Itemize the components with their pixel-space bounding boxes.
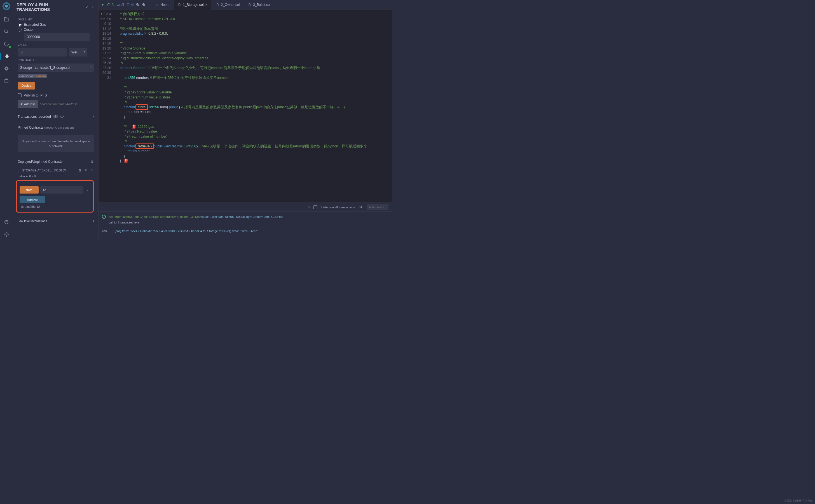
- evm-version-badge: evm version: cancun: [18, 74, 47, 78]
- chevron-right-icon[interactable]: [91, 5, 95, 9]
- gas-estimated-radio[interactable]: Estimated Gas: [18, 23, 94, 27]
- search-icon[interactable]: [0, 28, 13, 35]
- filter-input[interactable]: [366, 204, 388, 210]
- low-level-interactions[interactable]: Low level interactionsi: [13, 216, 98, 223]
- copy-icon[interactable]: [78, 169, 81, 172]
- svg-point-15: [359, 206, 361, 208]
- ai-button-2[interactable]: AI: [116, 3, 124, 7]
- pending-count: 0: [308, 206, 309, 209]
- at-address-button[interactable]: At Address: [18, 100, 38, 108]
- panel-header: DEPLOY & RUN TRANSACTIONS: [13, 0, 98, 14]
- tab-storage[interactable]: 1_Storage.sol×: [174, 0, 211, 10]
- plugin-icon[interactable]: [0, 77, 13, 84]
- deployed-contracts-header: Deployed/Unpinned Contracts: [13, 156, 98, 167]
- code-editor[interactable]: 1 2 3 4 5 6 7 8 9 10 11 12 13 14 15 16 1…: [98, 10, 392, 202]
- zoom-out-icon[interactable]: [136, 3, 140, 7]
- info-icon: i: [93, 219, 94, 223]
- tab-bar: AI AI AI Home 1_Storage.sol× 2_Owner.sol…: [98, 0, 392, 10]
- svg-rect-9: [79, 169, 81, 171]
- check-icon: [85, 5, 89, 9]
- tab-home[interactable]: Home: [152, 0, 173, 10]
- svg-rect-5: [5, 79, 8, 82]
- retrieve-result: 0: uint256: 12: [21, 205, 90, 208]
- svg-point-3: [4, 30, 7, 32]
- search-terminal-icon[interactable]: [359, 205, 363, 209]
- close-icon[interactable]: [90, 169, 94, 172]
- close-tab-icon[interactable]: ×: [205, 3, 207, 7]
- gas-custom-radio[interactable]: Custom: [18, 28, 94, 32]
- value-input[interactable]: [18, 48, 67, 56]
- pinned-contracts-header: Pinned Contracts (network: vm-cancun): [13, 122, 98, 133]
- contract-label: CONTRACT: [18, 59, 94, 62]
- success-icon: [102, 215, 106, 219]
- gas-limit-label: GAS LIMIT: [18, 18, 94, 21]
- value-label: VALUE: [18, 43, 94, 46]
- contract-select[interactable]: Storage - contracts/1_Storage.sol: [18, 63, 94, 72]
- play-icon[interactable]: [101, 3, 105, 7]
- annotation-highlight: store ⌄ retrieve 0: uint256: 12: [16, 180, 94, 213]
- svg-point-10: [107, 3, 110, 6]
- trash-icon[interactable]: [90, 160, 94, 164]
- chevron-down-icon[interactable]: ⌄: [18, 169, 20, 172]
- pin-icon[interactable]: [84, 169, 88, 172]
- at-address-input[interactable]: [40, 100, 94, 108]
- store-function-input[interactable]: [40, 186, 83, 194]
- contract-balance: Balance: 0 ETH: [18, 175, 94, 178]
- svg-point-11: [117, 4, 120, 6]
- svg-rect-6: [6, 79, 7, 79]
- debugger-icon[interactable]: [0, 65, 13, 72]
- activity-bar: [0, 0, 13, 241]
- call-tag: CALL: [102, 229, 112, 233]
- terminal: ⌄ 0 Listen on all transactions [vm] from…: [98, 202, 392, 241]
- no-pinned-message: No pinned contracts found for selected w…: [18, 135, 94, 152]
- svg-point-7: [6, 234, 7, 235]
- main-area: AI AI AI Home 1_Storage.sol× 2_Owner.sol…: [98, 0, 392, 241]
- deployed-contract-item: ⌄ STORAGE AT 0XD91...39138 (M Balance: 0…: [13, 167, 98, 216]
- value-unit-select[interactable]: Wei: [69, 48, 87, 56]
- expand-args-icon[interactable]: ⌄: [85, 188, 90, 192]
- deploy-button[interactable]: Deploy: [18, 82, 35, 90]
- settings-icon[interactable]: [0, 231, 13, 238]
- deploy-icon[interactable]: [0, 53, 13, 60]
- remix-logo: [2, 2, 11, 11]
- retrieve-function-button[interactable]: retrieve: [20, 196, 45, 203]
- svg-point-2: [5, 5, 8, 8]
- transactions-recorded-header[interactable]: Transactions recorded2ⓘ ›: [13, 111, 98, 122]
- chevron-right-icon: ›: [93, 115, 94, 119]
- listen-checkbox[interactable]: [313, 205, 317, 209]
- deploy-panel: DEPLOY & RUN TRANSACTIONS GAS LIMIT Esti…: [13, 0, 98, 241]
- file-explorer-icon[interactable]: [0, 16, 13, 23]
- publish-ipfs-checkbox[interactable]: Publish to IPFS: [18, 93, 94, 97]
- svg-rect-12: [127, 3, 129, 6]
- terminal-output[interactable]: [vm] from: 0x5B3...eddC4 to: Storage.sto…: [98, 212, 392, 241]
- store-function-button[interactable]: store: [20, 186, 39, 194]
- tab-ballot[interactable]: 3_Ballot.sol: [245, 0, 274, 10]
- compiler-icon[interactable]: [0, 40, 13, 48]
- terminal-toggle-icon[interactable]: ⌄: [103, 205, 106, 209]
- svg-rect-8: [79, 170, 81, 171]
- info-icon: ⓘ: [60, 114, 64, 119]
- tab-owner[interactable]: 2_Owner.sol: [213, 0, 243, 10]
- listen-label: Listen on all transactions: [321, 206, 355, 209]
- plugin-manager-icon[interactable]: [0, 219, 13, 226]
- ai-button-1[interactable]: AI: [107, 3, 114, 7]
- panel-title: DEPLOY & RUN TRANSACTIONS: [17, 2, 83, 12]
- zoom-in-icon[interactable]: [142, 3, 146, 7]
- contract-address-label: STORAGE AT 0XD91...39138 (M: [22, 169, 66, 172]
- ai-button-3[interactable]: AI: [126, 3, 133, 7]
- gas-custom-input[interactable]: [24, 33, 90, 41]
